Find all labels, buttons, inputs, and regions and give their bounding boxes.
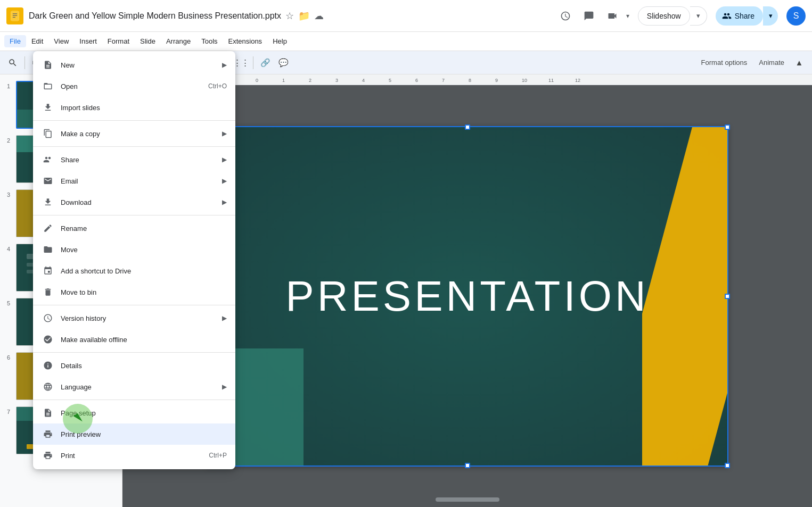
meet-button[interactable] <box>603 6 622 26</box>
menu-item-tools[interactable]: Tools <box>196 35 223 47</box>
share-button[interactable]: Share <box>716 6 763 26</box>
menu-rename[interactable]: Rename <box>33 218 235 239</box>
offline-icon <box>42 333 54 346</box>
slide-canvas[interactable]: PRESENTATION <box>207 126 728 467</box>
sep-3 <box>33 215 235 215</box>
history-button[interactable] <box>556 6 575 26</box>
menu-item-format[interactable]: Format <box>102 35 135 47</box>
details-label: Details <box>61 362 227 370</box>
menu-item-slide[interactable]: Slide <box>135 35 161 47</box>
slide-num-1: 1 <box>4 81 13 89</box>
comment-button[interactable] <box>579 6 598 26</box>
import-icon <box>42 101 54 114</box>
share-dropdown[interactable]: ▾ <box>763 6 778 26</box>
svg-text:2: 2 <box>309 78 311 83</box>
svg-text:7: 7 <box>442 78 445 83</box>
menu-item-file[interactable]: File <box>4 35 26 47</box>
cursor-arrow <box>73 413 83 425</box>
animate-button[interactable]: Animate <box>753 55 790 70</box>
menu-move[interactable]: Move <box>33 239 235 260</box>
menu-copy[interactable]: Make a copy ▶ <box>33 123 235 144</box>
menu-import[interactable]: Import slides <box>33 97 235 118</box>
svg-text:1: 1 <box>282 78 285 83</box>
toolbar-search[interactable] <box>4 54 21 71</box>
move-label: Move <box>61 246 227 254</box>
menu-email[interactable]: Email ▶ <box>33 170 235 192</box>
svg-text:4: 4 <box>362 78 365 83</box>
meet-dropdown[interactable]: ▾ <box>626 12 629 20</box>
title-area: Dark Green and Yellow Simple Modern Busi… <box>29 10 556 22</box>
offline-label: Make available offline <box>61 336 227 344</box>
email-arrow: ▶ <box>222 177 227 185</box>
language-icon <box>42 380 54 393</box>
language-label: Language <box>61 383 218 391</box>
rename-icon <box>42 222 54 235</box>
menu-item-arrange[interactable]: Arrange <box>161 35 196 47</box>
horizontal-scrollbar[interactable] <box>436 497 499 502</box>
menu-open[interactable]: Open Ctrl+O <box>33 76 235 97</box>
bin-label: Move to bin <box>61 288 227 296</box>
menu-details[interactable]: Details <box>33 355 235 376</box>
handle-mr[interactable] <box>725 294 730 299</box>
toolbar-collapse[interactable]: ▲ <box>791 54 808 71</box>
slideshow-button[interactable]: Slideshow <box>638 6 690 26</box>
handle-br[interactable] <box>725 463 730 468</box>
format-options-button[interactable]: Format options <box>696 55 753 70</box>
toolbar-comment[interactable]: 💬 <box>275 54 292 71</box>
folder-icon[interactable]: 📁 <box>298 10 310 22</box>
new-label: New <box>61 61 218 69</box>
slide-num-2: 2 <box>4 135 13 144</box>
menu-version[interactable]: Version history ▶ <box>33 307 235 329</box>
menu-shortcut[interactable]: Add a shortcut to Drive <box>33 260 235 281</box>
menu-bar: File Edit View Insert Format Slide Arran… <box>0 32 812 51</box>
menu-language[interactable]: Language ▶ <box>33 376 235 397</box>
slide-text-container[interactable]: PRESENTATION <box>285 272 649 321</box>
cloud-icon[interactable]: ☁ <box>314 10 324 22</box>
slide-num-7: 7 <box>4 406 13 415</box>
title-bar-right: ▾ Slideshow ▾ Share ▾ S <box>556 6 806 26</box>
shortcut-icon <box>42 264 54 277</box>
print-preview-icon <box>42 428 54 440</box>
svg-rect-1 <box>11 11 19 20</box>
email-label: Email <box>61 177 218 185</box>
toolbar-sep-6 <box>253 56 253 69</box>
menu-item-edit[interactable]: Edit <box>26 35 48 47</box>
slide-num-6: 6 <box>4 352 13 361</box>
handle-tc[interactable] <box>465 124 470 130</box>
version-arrow: ▶ <box>222 314 227 322</box>
menu-item-view[interactable]: View <box>48 35 74 47</box>
menu-print-preview[interactable]: Print preview <box>33 423 235 445</box>
menu-item-help[interactable]: Help <box>267 35 292 47</box>
menu-item-extensions[interactable]: Extensions <box>223 35 268 47</box>
menu-offline[interactable]: Make available offline <box>33 329 235 350</box>
menu-item-insert[interactable]: Insert <box>74 35 102 47</box>
sep-6 <box>33 400 235 400</box>
slide-num-5: 5 <box>4 298 13 306</box>
slideshow-label: Slideshow <box>647 12 681 20</box>
svg-text:0: 0 <box>256 78 258 83</box>
copy-label: Make a copy <box>61 130 218 138</box>
menu-print[interactable]: Print Ctrl+P <box>33 445 235 466</box>
user-avatar[interactable]: S <box>786 6 806 26</box>
details-icon <box>42 359 54 372</box>
app-logo[interactable] <box>6 7 23 24</box>
toolbar-link[interactable]: 🔗 <box>257 54 274 71</box>
slideshow-dropdown[interactable]: ▾ <box>690 6 707 26</box>
doc-title: Dark Green and Yellow Simple Modern Busi… <box>29 10 556 22</box>
menu-new[interactable]: New ▶ <box>33 54 235 76</box>
cursor-indicator <box>63 404 93 434</box>
slide-main-text: PRESENTATION <box>285 272 649 320</box>
handle-bc[interactable] <box>465 463 470 468</box>
svg-text:3: 3 <box>335 78 338 83</box>
sep-5 <box>33 352 235 353</box>
copy-arrow: ▶ <box>222 130 227 137</box>
handle-tr[interactable] <box>725 124 730 130</box>
doc-title-text[interactable]: Dark Green and Yellow Simple Modern Busi… <box>29 11 281 21</box>
menu-download[interactable]: Download ▶ <box>33 192 235 213</box>
svg-text:9: 9 <box>495 78 498 83</box>
menu-bin[interactable]: Move to bin <box>33 281 235 303</box>
star-icon[interactable]: ☆ <box>285 10 294 22</box>
open-label: Open <box>61 82 204 90</box>
menu-share[interactable]: Share ▶ <box>33 149 235 170</box>
download-label: Download <box>61 198 218 206</box>
